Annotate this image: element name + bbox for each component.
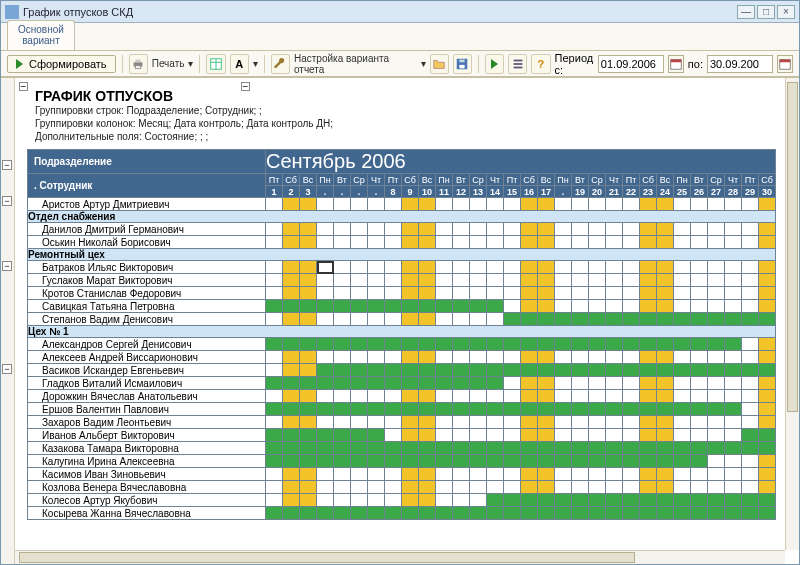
day-cell[interactable] — [725, 429, 742, 442]
day-cell[interactable] — [402, 494, 419, 507]
day-cell[interactable] — [317, 494, 334, 507]
day-cell[interactable] — [453, 455, 470, 468]
day-cell[interactable] — [334, 481, 351, 494]
day-cell[interactable] — [742, 351, 759, 364]
day-cell[interactable] — [674, 494, 691, 507]
day-cell[interactable] — [640, 390, 657, 403]
day-cell[interactable] — [606, 468, 623, 481]
day-cell[interactable] — [742, 198, 759, 211]
day-cell[interactable] — [657, 236, 674, 249]
day-cell[interactable] — [691, 236, 708, 249]
report-body[interactable]: − − ГРАФИК ОТПУСКОВ Группировки строк: П… — [15, 78, 785, 550]
table-row[interactable]: Косырева Жанна Вячеславовна — [28, 507, 776, 520]
day-cell[interactable] — [640, 338, 657, 351]
day-cell[interactable] — [266, 287, 283, 300]
day-cell[interactable] — [470, 403, 487, 416]
day-cell[interactable] — [436, 274, 453, 287]
table-row[interactable]: Аристов Артур Дмитриевич — [28, 198, 776, 211]
day-cell[interactable] — [521, 481, 538, 494]
table-row[interactable]: Ершов Валентин Павлович — [28, 403, 776, 416]
day-cell[interactable] — [521, 261, 538, 274]
day-cell[interactable] — [470, 468, 487, 481]
day-cell[interactable] — [589, 429, 606, 442]
day-cell[interactable] — [402, 300, 419, 313]
day-cell[interactable] — [521, 287, 538, 300]
day-cell[interactable] — [555, 287, 572, 300]
day-cell[interactable] — [487, 364, 504, 377]
day-cell[interactable] — [555, 274, 572, 287]
day-cell[interactable] — [351, 300, 368, 313]
day-cell[interactable] — [334, 338, 351, 351]
day-cell[interactable] — [521, 494, 538, 507]
day-cell[interactable] — [589, 390, 606, 403]
table-row[interactable]: Александров Сергей Денисович — [28, 338, 776, 351]
settings-dropdown-icon[interactable]: ▾ — [421, 58, 426, 69]
day-cell[interactable] — [589, 416, 606, 429]
day-cell[interactable] — [504, 261, 521, 274]
day-cell[interactable] — [385, 261, 402, 274]
day-cell[interactable] — [470, 494, 487, 507]
day-cell[interactable] — [402, 507, 419, 520]
day-cell[interactable] — [674, 287, 691, 300]
day-cell[interactable] — [487, 198, 504, 211]
day-cell[interactable] — [487, 300, 504, 313]
day-cell[interactable] — [759, 198, 776, 211]
day-cell[interactable] — [742, 468, 759, 481]
day-cell[interactable] — [657, 481, 674, 494]
day-cell[interactable] — [674, 390, 691, 403]
day-cell[interactable] — [521, 274, 538, 287]
day-cell[interactable] — [470, 313, 487, 326]
day-cell[interactable] — [368, 507, 385, 520]
day-cell[interactable] — [674, 377, 691, 390]
day-cell[interactable] — [334, 236, 351, 249]
day-cell[interactable] — [521, 507, 538, 520]
day-cell[interactable] — [725, 338, 742, 351]
day-cell[interactable] — [572, 468, 589, 481]
print-dropdown-icon[interactable]: ▾ — [188, 58, 193, 69]
day-cell[interactable] — [725, 364, 742, 377]
day-cell[interactable] — [691, 198, 708, 211]
day-cell[interactable] — [623, 390, 640, 403]
day-cell[interactable] — [742, 300, 759, 313]
day-cell[interactable] — [300, 313, 317, 326]
day-cell[interactable] — [470, 338, 487, 351]
day-cell[interactable] — [436, 481, 453, 494]
day-cell[interactable] — [708, 287, 725, 300]
day-cell[interactable] — [674, 274, 691, 287]
day-cell[interactable] — [504, 338, 521, 351]
day-cell[interactable] — [606, 236, 623, 249]
day-cell[interactable] — [334, 198, 351, 211]
day-cell[interactable] — [538, 481, 555, 494]
day-cell[interactable] — [436, 416, 453, 429]
settings-icon-button[interactable] — [271, 54, 290, 74]
day-cell[interactable] — [504, 223, 521, 236]
day-cell[interactable] — [691, 287, 708, 300]
day-cell[interactable] — [283, 468, 300, 481]
day-cell[interactable] — [674, 481, 691, 494]
day-cell[interactable] — [691, 390, 708, 403]
day-cell[interactable] — [300, 198, 317, 211]
day-cell[interactable] — [725, 300, 742, 313]
day-cell[interactable] — [334, 494, 351, 507]
day-cell[interactable] — [300, 287, 317, 300]
day-cell[interactable] — [351, 223, 368, 236]
day-cell[interactable] — [504, 377, 521, 390]
day-cell[interactable] — [402, 390, 419, 403]
day-cell[interactable] — [657, 377, 674, 390]
save-button[interactable] — [206, 54, 225, 74]
day-cell[interactable] — [708, 313, 725, 326]
day-cell[interactable] — [419, 403, 436, 416]
day-cell[interactable] — [334, 442, 351, 455]
day-cell[interactable] — [708, 223, 725, 236]
day-cell[interactable] — [623, 313, 640, 326]
day-cell[interactable] — [334, 364, 351, 377]
day-cell[interactable] — [674, 223, 691, 236]
day-cell[interactable] — [317, 223, 334, 236]
day-cell[interactable] — [657, 442, 674, 455]
day-cell[interactable] — [436, 338, 453, 351]
day-cell[interactable] — [368, 236, 385, 249]
day-cell[interactable] — [725, 236, 742, 249]
day-cell[interactable] — [606, 198, 623, 211]
table-row[interactable]: Казакова Тамара Викторовна — [28, 442, 776, 455]
day-cell[interactable] — [283, 455, 300, 468]
